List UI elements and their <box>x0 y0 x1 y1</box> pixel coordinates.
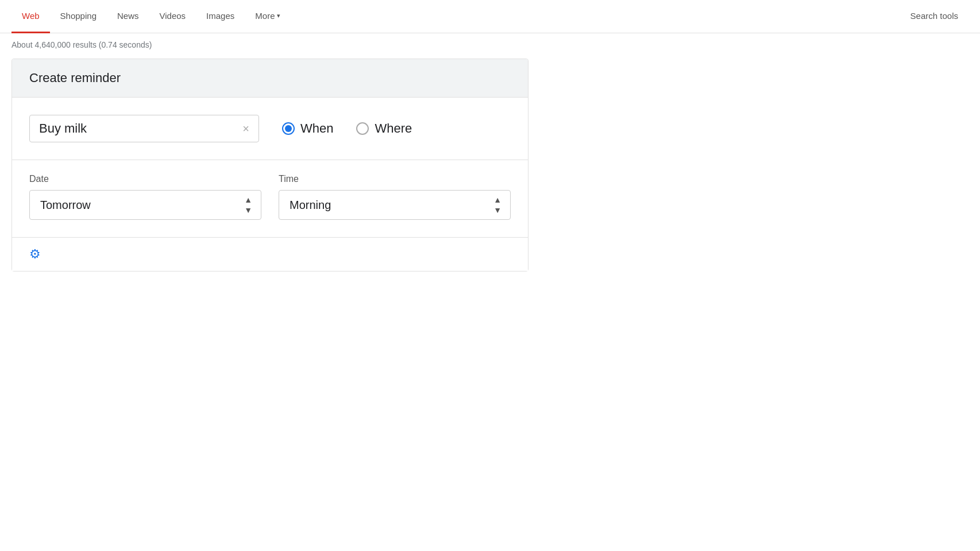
radio-when-circle <box>282 122 295 135</box>
nav-item-web[interactable]: Web <box>11 0 50 33</box>
radio-when[interactable]: When <box>282 121 333 136</box>
time-field-group: Time Morning Afternoon Evening Night Pic… <box>279 174 511 220</box>
time-label: Time <box>279 174 511 184</box>
reminder-row-bottom: ⚙ <box>12 237 528 271</box>
reminder-row-datetime: Date Tomorrow Today Pick a date ▲ ▼ Time <box>29 160 511 237</box>
time-select[interactable]: Morning Afternoon Evening Night Pick a t… <box>279 190 511 220</box>
nav-item-more[interactable]: More ▾ <box>245 0 291 33</box>
results-count: About 4,640,000 results (0.74 seconds) <box>0 33 980 59</box>
radio-where[interactable]: Where <box>356 121 412 136</box>
reminder-bottom-icon: ⚙ <box>29 247 41 262</box>
date-select[interactable]: Tomorrow Today Pick a date <box>29 190 261 220</box>
nav-item-search-tools[interactable]: Search tools <box>900 0 969 33</box>
nav-bar: Web Shopping News Videos Images More ▾ S… <box>0 0 980 33</box>
nav-item-news[interactable]: News <box>107 0 149 33</box>
date-label: Date <box>29 174 261 184</box>
reminder-row-input: × When Where <box>29 115 511 142</box>
reminder-text-input-wrapper[interactable]: × <box>29 115 259 142</box>
chevron-down-icon: ▾ <box>277 12 280 20</box>
nav-item-images[interactable]: Images <box>196 0 245 33</box>
radio-group: When Where <box>282 121 412 136</box>
date-field-group: Date Tomorrow Today Pick a date ▲ ▼ <box>29 174 261 220</box>
nav-item-videos[interactable]: Videos <box>149 0 196 33</box>
radio-where-circle <box>356 122 369 135</box>
reminder-card: Create reminder × When Where <box>11 59 528 271</box>
reminder-header: Create reminder <box>12 59 528 97</box>
reminder-body: × When Where Date <box>12 97 528 271</box>
date-select-wrapper[interactable]: Tomorrow Today Pick a date ▲ ▼ <box>29 190 261 220</box>
time-select-wrapper[interactable]: Morning Afternoon Evening Night Pick a t… <box>279 190 511 220</box>
clear-button[interactable]: × <box>238 123 249 134</box>
reminder-text-input[interactable] <box>39 121 238 136</box>
nav-item-shopping[interactable]: Shopping <box>50 0 107 33</box>
